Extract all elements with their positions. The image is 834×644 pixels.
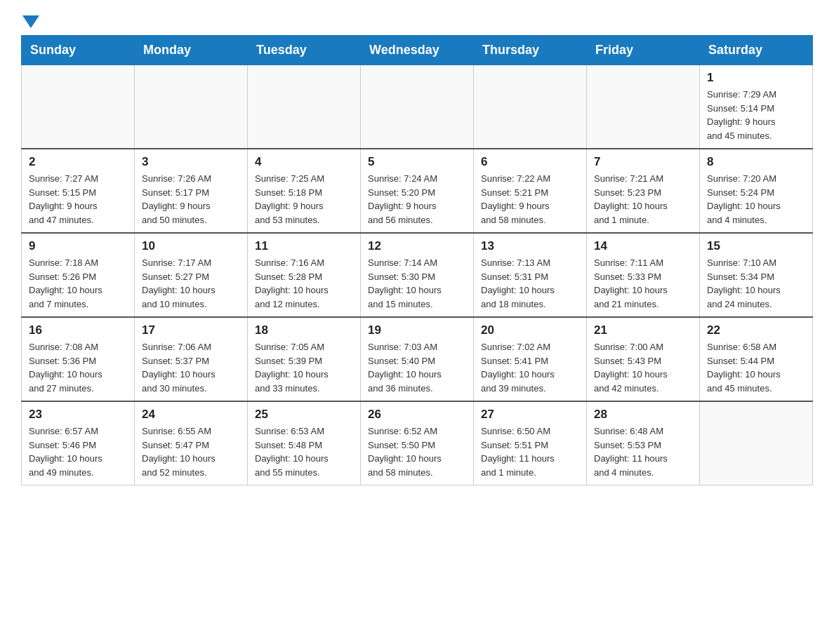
calendar-cell: 4Sunrise: 7:25 AM Sunset: 5:18 PM Daylig… xyxy=(248,149,361,233)
day-info: Sunrise: 7:27 AM Sunset: 5:15 PM Dayligh… xyxy=(29,172,127,227)
day-info: Sunrise: 7:29 AM Sunset: 5:14 PM Dayligh… xyxy=(707,88,805,142)
day-info: Sunrise: 6:55 AM Sunset: 5:47 PM Dayligh… xyxy=(142,424,240,479)
day-info: Sunrise: 6:57 AM Sunset: 5:46 PM Dayligh… xyxy=(29,424,127,479)
day-number: 17 xyxy=(142,323,240,337)
calendar-cell: 17Sunrise: 7:06 AM Sunset: 5:37 PM Dayli… xyxy=(135,317,248,401)
week-row-3: 9Sunrise: 7:18 AM Sunset: 5:26 PM Daylig… xyxy=(22,233,813,317)
day-info: Sunrise: 6:50 AM Sunset: 5:51 PM Dayligh… xyxy=(481,424,579,479)
day-info: Sunrise: 7:08 AM Sunset: 5:36 PM Dayligh… xyxy=(29,340,127,395)
calendar-cell: 24Sunrise: 6:55 AM Sunset: 5:47 PM Dayli… xyxy=(135,401,248,485)
day-info: Sunrise: 6:48 AM Sunset: 5:53 PM Dayligh… xyxy=(594,424,692,479)
day-number: 7 xyxy=(594,155,692,169)
week-row-4: 16Sunrise: 7:08 AM Sunset: 5:36 PM Dayli… xyxy=(22,317,813,401)
day-info: Sunrise: 6:58 AM Sunset: 5:44 PM Dayligh… xyxy=(707,340,805,395)
calendar-cell: 18Sunrise: 7:05 AM Sunset: 5:39 PM Dayli… xyxy=(248,317,361,401)
weekday-header-sunday: Sunday xyxy=(22,36,135,65)
day-number: 28 xyxy=(594,408,692,422)
calendar-cell xyxy=(135,65,248,149)
calendar-cell: 22Sunrise: 6:58 AM Sunset: 5:44 PM Dayli… xyxy=(700,317,813,401)
calendar-cell: 10Sunrise: 7:17 AM Sunset: 5:27 PM Dayli… xyxy=(135,233,248,317)
week-row-2: 2Sunrise: 7:27 AM Sunset: 5:15 PM Daylig… xyxy=(22,149,813,233)
weekday-header-row: SundayMondayTuesdayWednesdayThursdayFrid… xyxy=(22,36,813,65)
calendar-cell: 14Sunrise: 7:11 AM Sunset: 5:33 PM Dayli… xyxy=(587,233,700,317)
day-info: Sunrise: 7:22 AM Sunset: 5:21 PM Dayligh… xyxy=(481,172,579,227)
day-number: 19 xyxy=(368,323,466,337)
calendar-cell: 3Sunrise: 7:26 AM Sunset: 5:17 PM Daylig… xyxy=(135,149,248,233)
calendar-cell: 12Sunrise: 7:14 AM Sunset: 5:30 PM Dayli… xyxy=(361,233,474,317)
day-number: 1 xyxy=(707,71,805,85)
calendar-cell: 16Sunrise: 7:08 AM Sunset: 5:36 PM Dayli… xyxy=(22,317,135,401)
calendar-cell: 26Sunrise: 6:52 AM Sunset: 5:50 PM Dayli… xyxy=(361,401,474,485)
calendar-cell xyxy=(587,65,700,149)
calendar-cell: 5Sunrise: 7:24 AM Sunset: 5:20 PM Daylig… xyxy=(361,149,474,233)
day-info: Sunrise: 7:16 AM Sunset: 5:28 PM Dayligh… xyxy=(255,256,353,311)
calendar-cell: 13Sunrise: 7:13 AM Sunset: 5:31 PM Dayli… xyxy=(474,233,587,317)
day-info: Sunrise: 7:13 AM Sunset: 5:31 PM Dayligh… xyxy=(481,256,579,311)
day-number: 6 xyxy=(481,155,579,169)
day-number: 11 xyxy=(255,239,353,253)
day-number: 13 xyxy=(481,239,579,253)
calendar-table: SundayMondayTuesdayWednesdayThursdayFrid… xyxy=(21,35,813,485)
calendar-cell: 2Sunrise: 7:27 AM Sunset: 5:15 PM Daylig… xyxy=(22,149,135,233)
day-info: Sunrise: 7:21 AM Sunset: 5:23 PM Dayligh… xyxy=(594,172,692,227)
calendar-cell: 11Sunrise: 7:16 AM Sunset: 5:28 PM Dayli… xyxy=(248,233,361,317)
calendar-cell: 28Sunrise: 6:48 AM Sunset: 5:53 PM Dayli… xyxy=(587,401,700,485)
calendar-cell xyxy=(22,65,135,149)
calendar-cell xyxy=(248,65,361,149)
day-number: 24 xyxy=(142,408,240,422)
calendar-cell: 1Sunrise: 7:29 AM Sunset: 5:14 PM Daylig… xyxy=(700,65,813,149)
weekday-header-monday: Monday xyxy=(135,36,248,65)
day-info: Sunrise: 7:17 AM Sunset: 5:27 PM Dayligh… xyxy=(142,256,240,311)
day-info: Sunrise: 7:18 AM Sunset: 5:26 PM Dayligh… xyxy=(29,256,127,311)
day-info: Sunrise: 7:20 AM Sunset: 5:24 PM Dayligh… xyxy=(707,172,805,227)
day-info: Sunrise: 7:25 AM Sunset: 5:18 PM Dayligh… xyxy=(255,172,353,227)
day-number: 23 xyxy=(29,408,127,422)
calendar-cell: 8Sunrise: 7:20 AM Sunset: 5:24 PM Daylig… xyxy=(700,149,813,233)
calendar-cell xyxy=(361,65,474,149)
calendar-cell: 23Sunrise: 6:57 AM Sunset: 5:46 PM Dayli… xyxy=(22,401,135,485)
weekday-header-friday: Friday xyxy=(587,36,700,65)
day-number: 26 xyxy=(368,408,466,422)
day-number: 20 xyxy=(481,323,579,337)
day-info: Sunrise: 7:11 AM Sunset: 5:33 PM Dayligh… xyxy=(594,256,692,311)
calendar-cell: 27Sunrise: 6:50 AM Sunset: 5:51 PM Dayli… xyxy=(474,401,587,485)
calendar-cell: 6Sunrise: 7:22 AM Sunset: 5:21 PM Daylig… xyxy=(474,149,587,233)
day-info: Sunrise: 7:00 AM Sunset: 5:43 PM Dayligh… xyxy=(594,340,692,395)
logo xyxy=(21,14,39,28)
day-number: 18 xyxy=(255,323,353,337)
day-number: 22 xyxy=(707,323,805,337)
calendar-cell: 19Sunrise: 7:03 AM Sunset: 5:40 PM Dayli… xyxy=(361,317,474,401)
day-number: 21 xyxy=(594,323,692,337)
week-row-5: 23Sunrise: 6:57 AM Sunset: 5:46 PM Dayli… xyxy=(22,401,813,485)
weekday-header-tuesday: Tuesday xyxy=(248,36,361,65)
day-number: 12 xyxy=(368,239,466,253)
calendar-cell xyxy=(700,401,813,485)
calendar-cell: 21Sunrise: 7:00 AM Sunset: 5:43 PM Dayli… xyxy=(587,317,700,401)
day-info: Sunrise: 7:02 AM Sunset: 5:41 PM Dayligh… xyxy=(481,340,579,395)
calendar-cell: 15Sunrise: 7:10 AM Sunset: 5:34 PM Dayli… xyxy=(700,233,813,317)
day-info: Sunrise: 7:14 AM Sunset: 5:30 PM Dayligh… xyxy=(368,256,466,311)
day-number: 9 xyxy=(29,239,127,253)
day-number: 14 xyxy=(594,239,692,253)
calendar-cell: 20Sunrise: 7:02 AM Sunset: 5:41 PM Dayli… xyxy=(474,317,587,401)
weekday-header-thursday: Thursday xyxy=(474,36,587,65)
calendar-cell xyxy=(474,65,587,149)
day-number: 3 xyxy=(142,155,240,169)
day-number: 27 xyxy=(481,408,579,422)
day-number: 25 xyxy=(255,408,353,422)
day-number: 10 xyxy=(142,239,240,253)
day-number: 4 xyxy=(255,155,353,169)
calendar-cell: 7Sunrise: 7:21 AM Sunset: 5:23 PM Daylig… xyxy=(587,149,700,233)
day-number: 8 xyxy=(707,155,805,169)
day-info: Sunrise: 6:53 AM Sunset: 5:48 PM Dayligh… xyxy=(255,424,353,479)
day-number: 5 xyxy=(368,155,466,169)
day-info: Sunrise: 7:26 AM Sunset: 5:17 PM Dayligh… xyxy=(142,172,240,227)
logo-arrow-icon xyxy=(22,15,39,28)
day-info: Sunrise: 7:06 AM Sunset: 5:37 PM Dayligh… xyxy=(142,340,240,395)
day-number: 2 xyxy=(29,155,127,169)
day-info: Sunrise: 7:24 AM Sunset: 5:20 PM Dayligh… xyxy=(368,172,466,227)
page-header xyxy=(21,14,813,28)
calendar-cell: 9Sunrise: 7:18 AM Sunset: 5:26 PM Daylig… xyxy=(22,233,135,317)
day-info: Sunrise: 6:52 AM Sunset: 5:50 PM Dayligh… xyxy=(368,424,466,479)
day-info: Sunrise: 7:10 AM Sunset: 5:34 PM Dayligh… xyxy=(707,256,805,311)
